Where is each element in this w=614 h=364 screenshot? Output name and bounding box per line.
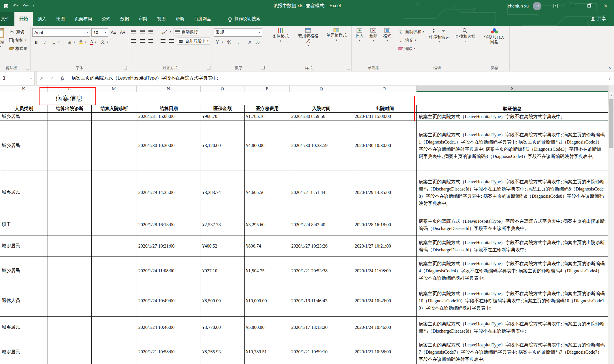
cell-N-settle_date[interactable]: 2020/1/21 10:58:00	[137, 338, 201, 364]
insert-cells-button[interactable]: + 插入 ▾	[353, 27, 366, 43]
middle-align-button[interactable]	[139, 28, 146, 35]
minimize-button[interactable]	[564, 0, 581, 12]
decrease-font-size-button[interactable]: A▾	[119, 29, 127, 36]
cell-P-total_cost[interactable]: ¥4,605.56	[245, 171, 290, 214]
cell-Q-admit_time[interactable]: 2020/1/24 8:42:40	[290, 214, 353, 235]
restore-button[interactable]	[581, 0, 597, 12]
underline-button[interactable]: U▾	[50, 39, 61, 46]
cell-O-insured_amount[interactable]: ¥3,383.74	[201, 171, 245, 214]
enter-icon[interactable]: ✓	[47, 71, 57, 85]
fill-color-button[interactable]: ▾	[78, 39, 88, 46]
tab-7[interactable]: 审阅	[134, 12, 152, 26]
header-cell-K[interactable]: 人员类别	[0, 105, 48, 113]
cell-R-discharge_time[interactable]: 2020/1/24 11:08:00	[353, 257, 417, 285]
tab-8[interactable]: 视图	[152, 12, 171, 26]
formula-bar-expand-icon[interactable]: ∨	[605, 71, 614, 85]
user-avatar[interactable]: CX	[533, 2, 541, 10]
cell-K-type[interactable]: 城乡居民	[0, 120, 48, 171]
header-cell-R[interactable]: 出院时间	[353, 105, 417, 113]
format-cells-button[interactable]: ▦ 格式 ▾	[381, 27, 393, 43]
cell-L-settle_out_diag[interactable]	[48, 120, 92, 171]
cell-O-insured_amount[interactable]: ¥8,265.93	[201, 338, 245, 364]
cell-P-total_cost[interactable]: ¥806.74	[245, 235, 290, 257]
cell-R-discharge_time[interactable]: 2020/1/24 10:49:00	[353, 285, 417, 317]
cell-M-settle_in_diag[interactable]	[92, 285, 137, 317]
header-cell-M[interactable]: 结算入院诊断	[92, 105, 137, 113]
borders-button[interactable]: ⊞▾	[66, 39, 76, 46]
format-as-table-button[interactable]: 套用表格格式 ▾	[295, 27, 321, 48]
header-cell-S[interactable]: 验证信息	[417, 105, 608, 113]
conditional-formatting-button[interactable]: 条件格式 ▾	[268, 27, 293, 43]
tab-0[interactable]: 文件	[0, 12, 14, 26]
formula-input[interactable]: 病案主页的离院方式（LeaveHospitalType）字段不在离院方式字典表中…	[68, 71, 605, 85]
tab-5[interactable]: 公式	[97, 12, 115, 26]
cell-S-validation[interactable]: 病案主页的离院方式（LeaveHospitalType）字段不在离院方式字典表中…	[417, 120, 608, 171]
header-cell-O[interactable]: 医保金额	[201, 105, 245, 113]
cell-P-total_cost[interactable]: ¥10,789.51	[245, 338, 290, 364]
column-header-R[interactable]: R	[353, 86, 417, 92]
cell-P-total_cost[interactable]: ¥5,800.00	[245, 317, 290, 338]
cell-K-type[interactable]: 城乡居民	[0, 235, 48, 257]
cell-S-validation[interactable]: 病案主页的离院方式（LeaveHospitalType）字段不在离院方式字典表中…	[417, 113, 608, 120]
cell-N-settle_date[interactable]: 2020/1/30 10:30:00	[137, 120, 201, 171]
dialog-launcher-icon[interactable]	[347, 66, 350, 69]
font-name-combo[interactable]: Arial▾	[32, 28, 90, 37]
fill-button[interactable]: ↓填充▾	[397, 37, 425, 44]
format-painter-button[interactable]: 格式刷	[8, 45, 29, 52]
cell-K-type[interactable]: 城乡居民	[0, 171, 48, 214]
tab-4[interactable]: 页面布局	[70, 12, 97, 26]
tab-10[interactable]: 百度网盘	[189, 12, 216, 26]
cell-P-total_cost[interactable]: ¥1,504.75	[245, 257, 290, 285]
cell-K-type[interactable]: 退休人员	[0, 285, 48, 317]
customize-qat-button[interactable]: ▾	[33, 5, 34, 7]
header-cell-L[interactable]: 结算出院诊断	[48, 105, 92, 113]
accounting-format-button[interactable]: ¥▾	[214, 39, 224, 46]
cell-K-type[interactable]: 职工	[0, 214, 48, 235]
cell-O-insured_amount[interactable]: ¥968.70	[201, 113, 245, 120]
orientation-button[interactable]: ab→▾	[159, 28, 172, 35]
autosum-button[interactable]: Σ自动求和▾	[397, 28, 425, 35]
increase-font-size-button[interactable]: A▴	[110, 29, 117, 36]
cell-styles-button[interactable]: 单元格样式 ▾	[323, 27, 350, 42]
tab-1[interactable]: 开始	[14, 12, 33, 26]
cancel-icon[interactable]: ✗	[37, 71, 47, 85]
cell-N-settle_date[interactable]: 2020/1/24 11:08:00	[137, 257, 201, 285]
comma-style-button[interactable]: ,	[234, 39, 242, 46]
delete-cells-button[interactable]: × 删除 ▾	[367, 27, 379, 43]
cell-M-settle_in_diag[interactable]	[92, 113, 137, 120]
cell-Q-admit_time[interactable]: 2020/1/27 10:23:26	[290, 235, 353, 257]
column-header-Q[interactable]: Q	[290, 86, 353, 92]
cell-N-settle_date[interactable]: 2020/1/24 10:49:00	[137, 285, 201, 317]
insert-function-icon[interactable]: fx	[57, 71, 68, 85]
cell-O-insured_amount[interactable]: ¥400.52	[201, 235, 245, 257]
cell-S-validation[interactable]: 病案主页的离院方式（LeaveHospitalType）字段不在离院方式字典表中…	[417, 285, 608, 317]
cell-M-settle_in_diag[interactable]	[92, 235, 137, 257]
cell-M-settle_in_diag[interactable]	[92, 214, 137, 235]
sort-filter-button[interactable]: AZ↓ 排序和筛选 ▾	[427, 27, 451, 44]
cell-R-discharge_time[interactable]: 2020/1/27 10:21:00	[353, 235, 417, 257]
column-header-K[interactable]: K	[0, 86, 48, 92]
cell-M-settle_in_diag[interactable]	[92, 257, 137, 285]
cell-R-discharge_time[interactable]: 2020/1/31 15:08:00	[353, 113, 417, 120]
tab-2[interactable]: 插入	[33, 12, 51, 26]
align-right-button[interactable]	[147, 37, 155, 45]
dialog-launcher-icon[interactable]	[261, 66, 265, 69]
bold-button[interactable]: B	[32, 39, 40, 46]
cell-P-total_cost[interactable]: ¥4,800.00	[245, 120, 290, 171]
cell-L-settle_out_diag[interactable]	[48, 257, 92, 285]
header-cell-N[interactable]: 结算日期	[137, 105, 201, 113]
column-header-L[interactable]: L	[48, 86, 91, 92]
vertical-scrollbar[interactable]: ▲	[608, 85, 614, 364]
scroll-up-icon[interactable]: ▲	[609, 92, 614, 99]
bottom-align-button[interactable]	[147, 28, 155, 35]
phonetic-guide-button[interactable]: 文▾	[99, 39, 110, 46]
italic-button[interactable]: I	[41, 39, 49, 46]
close-button[interactable]: ×	[597, 0, 614, 12]
font-color-button[interactable]: A▾	[89, 39, 97, 46]
cell-M-settle_in_diag[interactable]	[92, 171, 137, 214]
cell-N-settle_date[interactable]: 2020/1/28 16:18:00	[137, 214, 201, 235]
header-cell-Q[interactable]: 入院时间	[290, 105, 353, 113]
align-left-button[interactable]	[130, 37, 137, 45]
dialog-launcher-icon[interactable]	[124, 66, 127, 69]
merge-center-button[interactable]: ▦合并后居中▾	[177, 37, 210, 45]
